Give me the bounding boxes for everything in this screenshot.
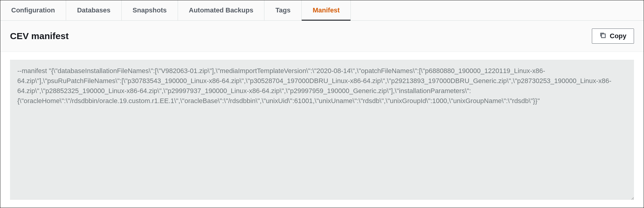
svg-rect-0 — [602, 34, 605, 38]
panel-header: CEV manifest Copy — [0, 21, 644, 52]
tab-bar-spacer — [351, 0, 644, 20]
copy-button[interactable]: Copy — [592, 29, 634, 44]
tab-manifest[interactable]: Manifest — [302, 0, 351, 20]
tab-databases[interactable]: Databases — [66, 0, 122, 20]
tab-bar: Configuration Databases Snapshots Automa… — [0, 0, 644, 21]
panel-body — [0, 52, 644, 208]
tab-snapshots[interactable]: Snapshots — [122, 0, 178, 20]
panel-title: CEV manifest — [10, 31, 69, 41]
page-container: Configuration Databases Snapshots Automa… — [0, 0, 644, 208]
tab-configuration[interactable]: Configuration — [0, 0, 66, 20]
copy-button-label: Copy — [610, 32, 626, 40]
tab-tags[interactable]: Tags — [264, 0, 302, 20]
tab-automated-backups[interactable]: Automated Backups — [178, 0, 265, 20]
copy-icon — [599, 32, 606, 40]
manifest-textarea[interactable] — [10, 60, 634, 200]
